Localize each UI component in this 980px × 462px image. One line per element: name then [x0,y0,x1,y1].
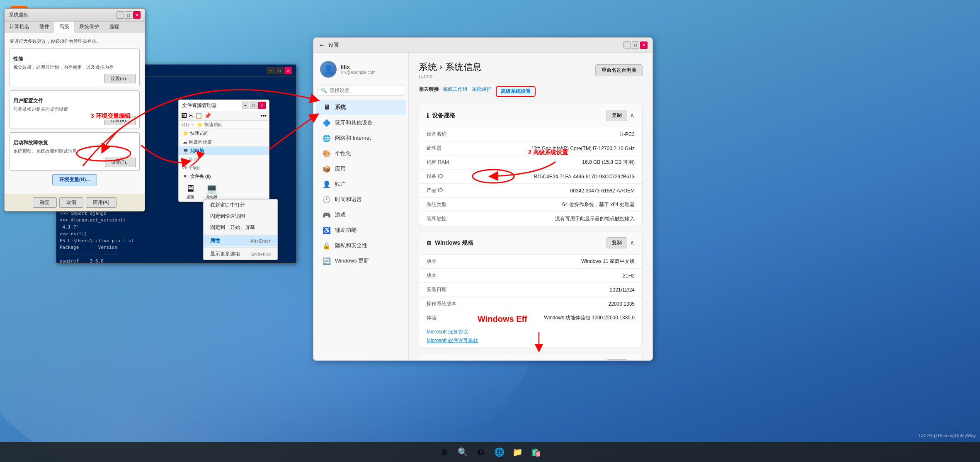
sidebar-onedrive[interactable]: ☁ 网盘同步空 [179,138,269,146]
device-id-row: 设备 ID B15C4E24-71FA-4496-917D-93CC7292B6… [419,170,642,184]
context-pin-quick[interactable]: 固定到快速访问 [204,211,277,222]
windows-specs-expand-btn[interactable]: ∧ [630,239,635,247]
sys-props-minimize-btn[interactable]: − [116,11,124,19]
support-header: ? 支持 复制 ∧ [419,353,642,360]
gaming-icon: 🎮 [323,211,331,219]
context-properties-shortcut: Alt+Enter [250,238,271,243]
rename-pc-btn[interactable]: 重命名这台电脑 [595,64,643,76]
explorer-toolbar-icon-2: ✂ [189,112,194,119]
taskbar-start-btn[interactable]: ⊞ [436,444,453,460]
explorer-toolbar-icon-1: 🖼 [181,112,187,119]
explorer-minimize-btn[interactable]: − [242,102,249,109]
settings-username: lilix [341,64,376,70]
tab-computer-name[interactable]: 计算机名 [5,22,34,33]
settings-close-btn[interactable]: ✕ [640,41,648,49]
taskbar-store-btn[interactable]: 🛍️ [527,444,544,460]
apply-btn[interactable]: 应用(A) [86,197,116,208]
tab-advanced[interactable]: 高级 [54,22,74,33]
settings-nav-network-label: 网络和 Internet [335,134,371,142]
context-pin-start[interactable]: 固定到「开始」屏幕 [204,222,277,233]
ps-close-btn[interactable]: ✕ [284,67,292,74]
taskbar-edge-btn[interactable]: 🌐 [491,444,507,460]
ps-maximize-btn[interactable]: □ [276,67,283,74]
explorer-nav-up[interactable]: ↑ [191,122,194,127]
settings-nav-system-label: 系统 [335,104,346,111]
context-new-window[interactable]: 在新窗口中打开 [204,199,277,211]
ok-btn[interactable]: 确定 [33,197,57,208]
this-pc-folder[interactable]: 💻 此电脑 [202,183,222,200]
settings-back-btn[interactable]: ← [318,41,325,49]
sys-props-maximize-btn[interactable]: □ [125,11,132,19]
sys-props-close-btn[interactable]: ✕ [133,11,141,19]
settings-nav-apps[interactable]: 📦 应用 [316,161,406,176]
settings-nav-system[interactable]: 🖥 系统 [316,100,406,115]
onedrive-label: 网盘同步空 [189,139,212,145]
sys-props-footer: 确定 取消 应用(A) [5,194,145,211]
settings-nav-gaming[interactable]: 🎮 游戏 [316,207,406,222]
explorer-close-btn[interactable]: ✕ [258,102,266,109]
windows-eff-annotation: Windows Eff [478,314,527,324]
performance-settings-btn[interactable]: 设置(S)... [104,74,136,83]
ms-software-license-link[interactable]: Microsoft 软件许可条款 [427,337,635,344]
context-more-options-shortcut: Shift+F10 [251,252,271,257]
related-link-protection[interactable]: 系统保护 [472,86,492,97]
startup-settings-btn[interactable]: 设置(T)... [105,158,136,167]
context-more-options[interactable]: 显示更多选项 Shift+F10 [204,248,277,260]
device-specs-copy-btn[interactable]: 复制 [606,110,627,121]
settings-nav-bluetooth[interactable]: 🔷 蓝牙和其他设备 [316,115,406,130]
context-pin-quick-label: 固定到快速访问 [210,213,245,220]
tab-remote[interactable]: 远程 [104,22,124,33]
env-vars-btn[interactable]: 环境变量(N)... [52,174,97,185]
breadcrumb-text: 系统 › 系统信息 [419,62,482,72]
taskbar-explorer-btn[interactable]: 📁 [509,444,526,460]
cancel-btn[interactable]: 取消 [59,197,83,208]
settings-nav-accessibility[interactable]: ♿ 辅助功能 [316,223,406,238]
support-copy-btn[interactable]: 复制 [606,359,627,360]
startup-desc: 系统启动、系统故障和调试信息 [13,148,136,154]
settings-user-sub: lilix@example.com [341,70,376,75]
taskbar-task-view-btn[interactable]: ⧉ [473,444,489,460]
settings-search-input[interactable] [318,85,404,96]
tab-hardware[interactable]: 硬件 [34,22,54,33]
device-specs-expand-btn[interactable]: ∧ [630,112,635,119]
sidebar-quick-access[interactable]: ⭐ 快速访问 [179,129,269,138]
explorer-nav-forward[interactable]: ▷ [186,122,189,127]
settings-nav-windows-update[interactable]: 🔄 Windows 更新 [316,253,406,268]
settings-nav-privacy[interactable]: 🔒 隐私和安全性 [316,238,406,253]
ps-minimize-btn[interactable]: − [267,67,274,74]
windows-specs-copy-btn[interactable]: 复制 [606,237,627,248]
user-profiles-desc: 与登录帐户相关的桌面设置 [13,106,136,112]
taskbar-search-btn[interactable]: 🔍 [454,444,471,460]
advanced-system-settings-btn[interactable]: 高级系统设置 [496,86,536,97]
settings-search-container: 🔍 [318,85,404,96]
settings-maximize-btn[interactable]: □ [632,41,639,49]
settings-nav-time[interactable]: 🕐 时间和语言 [316,192,406,207]
settings-nav-bluetooth-label: 蓝牙和其他设备 [335,119,373,126]
support-section: ? 支持 复制 ∧ 制造商 青鸟雷神科技股份有限公司 网站 联机支持 [419,353,643,360]
context-separator [204,234,277,234]
settings-nav-personalization[interactable]: 🎨 个性化 [316,146,406,161]
explorer-nav-back[interactable]: ◁ [181,122,184,127]
device-specs-header: ℹ 设备规格 复制 ∧ [419,104,642,127]
system-type-row: 系统类型 64 位操作系统，基于 x64 处理器 [419,198,642,212]
desktop-folder[interactable]: 🖥 桌面 [180,183,200,200]
settings-nav-network[interactable]: 🌐 网络和 Internet [316,131,406,146]
ms-service-agreement-link[interactable]: Microsoft 服务协议 [427,328,635,336]
personalization-icon: 🎨 [323,149,331,158]
tab-system-protection[interactable]: 系统保护 [74,22,104,33]
performance-title: 性能 [13,56,136,63]
time-icon: 🕐 [323,195,331,204]
explorer-toolbar-icon-4: 📌 [204,112,211,119]
settings-user-info: lilix lilix@example.com [341,64,376,75]
explorer-maximize-btn[interactable]: □ [250,102,257,109]
win-os-build-row: 操作系统版本 22000.1335 [419,297,642,311]
search-icon: 🔍 [321,88,327,93]
context-properties[interactable]: 属性 Alt+Enter [204,235,277,246]
network-nav-icon: 🌐 [323,134,331,142]
settings-minimize-btn[interactable]: − [623,41,631,49]
sys-props-titlebar-btns: − □ ✕ [116,11,141,19]
related-link-domain[interactable]: 域或工作组 [443,86,468,97]
sidebar-this-pc[interactable]: 💻 此电脑 [179,146,269,155]
settings-nav-accounts[interactable]: 👤 账户 [316,177,406,192]
explorer-toolbar-more[interactable]: ••• [260,112,267,119]
